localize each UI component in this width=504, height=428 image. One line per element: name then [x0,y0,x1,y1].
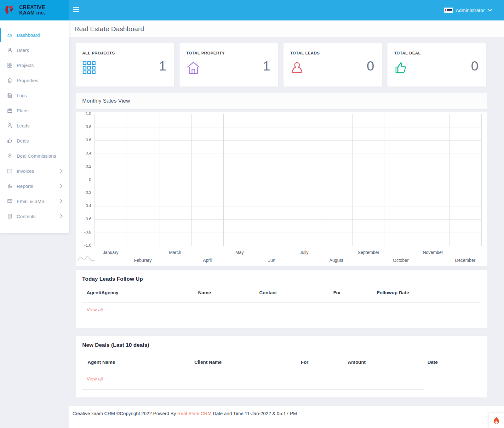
y-tick-label: 0.8 [77,124,91,129]
sidebar-item-deals[interactable]: Deals [0,133,69,148]
stat-card-total-deal: TOTAL DEAL 0 [387,43,486,87]
x-month-label: Jully [285,250,323,255]
y-tick-label: -0.2 [77,190,91,195]
plans-icon [7,108,13,113]
x-month-label: December [446,258,484,263]
y-tick-label: 0 [77,177,91,182]
leads-icon [7,123,13,128]
user-avatar [444,8,453,13]
stat-value: 1 [159,58,166,74]
sidebar-item-contents[interactable]: Contents [0,209,69,224]
footer-text: Creative kaam CRM ©Copyright 2022 Powerd… [69,406,504,416]
sales-line-segment [194,180,220,180]
sidebar-item-reports[interactable]: Reports [0,178,69,194]
sidebar-item-plans[interactable]: Plans [0,103,69,118]
x-month-label: September [350,250,387,255]
chart-plot-area: 1.00.80.60.40.20-0.2-0.4-0.6-0.8-1.0Janu… [94,114,481,246]
email-icon [7,198,13,204]
gridline-vertical [223,114,224,246]
stat-label: TOTAL LEADS [290,51,320,55]
x-month-label: May [221,250,259,255]
gridline-vertical [191,114,192,246]
logo-icon [4,4,16,17]
divider [82,320,373,320]
gridline-vertical [288,114,288,246]
sales-line-segment [259,180,285,180]
flame-icon [493,416,500,425]
chevron-right-icon [60,199,63,203]
debug-toggle-button[interactable] [489,413,504,428]
logs-icon [7,93,13,98]
sidebar-item-label: Dashboard [17,32,40,38]
chevron-right-icon [60,184,63,188]
sidebar-item-dashboard[interactable]: Dashboard [0,27,69,42]
column-header-for: For [301,359,308,365]
sidebar-item-projects[interactable]: Projects [0,58,69,73]
gridline-vertical [94,114,95,246]
column-header-contact: Contact [259,290,277,295]
stat-card-all-projects: ALL PROJECTS 1 [76,43,174,87]
stat-value: 0 [367,58,374,74]
gridline-vertical [352,114,353,246]
column-header-followup-date: Followup Date [377,290,409,295]
user-menu[interactable]: Administrator [444,0,492,20]
deals-icon [7,138,13,144]
monthly-sales-chart: 1.00.80.60.40.20-0.2-0.4-0.6-0.8-1.0Janu… [76,112,487,266]
x-month-label: Feburary [124,258,162,263]
sidebar-item-users[interactable]: Users [0,42,69,58]
sales-line-segment [162,180,188,180]
today-leads-panel: Today Leads Follow Up Agent/Agency Name … [76,270,487,328]
gridline-vertical [159,114,159,246]
stat-label: TOTAL DEAL [394,51,421,55]
y-tick-label: 0.2 [77,164,91,169]
page-title: Real Estate Dashboard [69,20,504,37]
chevron-down-icon [488,9,492,12]
leads-panel-title: Today Leads Follow Up [82,276,143,282]
x-month-label: August [318,258,355,263]
sidebar: Dashboard Users Projects Properties [0,20,69,233]
sales-line-segment [355,180,382,180]
column-header-client-name: Client Name [194,359,222,365]
leads-view-all-link[interactable]: View all [87,307,103,312]
app-logo[interactable]: CREATIVE KAAM inc. [0,0,69,20]
gridline-vertical [449,114,450,246]
footer-crm-link[interactable]: Real State CRM [177,411,211,416]
y-tick-label: 1.0 [77,111,91,116]
sidebar-item-label: Plans [17,108,29,113]
sidebar-item-invoices[interactable]: Invoices [0,163,69,178]
column-header-amount: Amount [348,359,366,365]
sidebar-item-leads[interactable]: Leads [0,118,69,133]
sidebar-item-logs[interactable]: Logs [0,88,69,103]
sidebar-item-label: Deals [17,138,29,144]
gridline-vertical [417,114,417,246]
sidebar-item-label: Logs [17,93,27,98]
dashboard-icon [7,32,13,38]
gridline-vertical [481,114,482,246]
column-header-date: Date [427,359,438,365]
sidebar-item-deal-commissions[interactable]: $ Deal Commissions [0,148,69,163]
y-tick-label: 0.6 [77,138,91,142]
sales-line-segment [452,180,478,180]
column-header-name: Name [198,290,211,295]
sidebar-item-properties[interactable]: Properties [0,73,69,88]
column-header-agent-name: Agent Name [88,359,115,365]
sidebar-item-label: Email & SMS [17,199,44,204]
sales-line-segment [323,180,349,180]
new-deals-panel: New Deals (Last 10 deals) Agent Name Cli… [76,336,487,397]
amcharts-watermark-icon [77,255,95,262]
gridline-vertical [127,114,127,246]
deals-view-all-link[interactable]: View all [87,376,103,381]
sidebar-item-email-sms[interactable]: Email & SMS [0,194,69,209]
dollar-icon: $ [7,153,13,159]
sales-line-segment [226,180,253,180]
gridline-horizontal [94,246,481,246]
person-icon [290,61,304,76]
x-month-label: October [382,258,420,263]
stat-label: TOTAL PROPERTY [186,51,225,55]
gridline-vertical [385,114,385,246]
y-tick-label: -0.4 [77,203,91,208]
x-month-label: Jun [253,258,291,263]
sales-line-segment [291,180,317,180]
footer: Creative kaam CRM ©Copyright 2022 Powerd… [69,406,504,428]
menu-toggle-icon[interactable] [73,7,80,13]
